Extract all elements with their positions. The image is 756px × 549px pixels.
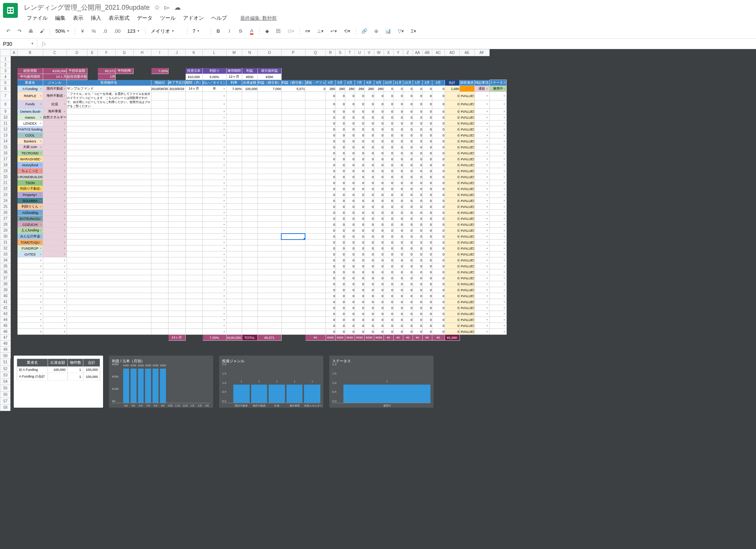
document-title[interactable]: レンディング管理_公開用_2021.09update bbox=[24, 3, 150, 12]
fx-icon: fx bbox=[37, 41, 51, 47]
menu-insert[interactable]: 挿入 bbox=[88, 13, 104, 23]
menu-bar: ファイル 編集 表示 挿入 表示形式 データ ツール アドオン ヘルプ 最終編集… bbox=[24, 13, 753, 23]
valign-button[interactable]: ⊥▾ bbox=[314, 26, 327, 36]
increase-decimal-button[interactable]: .00 bbox=[111, 26, 124, 36]
menu-tools[interactable]: ツール bbox=[157, 13, 179, 23]
move-icon[interactable]: ▻ bbox=[164, 3, 170, 12]
paint-format-button[interactable]: 🖌 bbox=[37, 26, 48, 36]
formula-input[interactable] bbox=[51, 39, 756, 48]
borders-button[interactable]: 田 bbox=[273, 26, 284, 36]
link-button[interactable]: 🔗 bbox=[358, 26, 370, 36]
zoom-select[interactable]: 50%▼ bbox=[52, 27, 73, 35]
star-icon[interactable]: ☆ bbox=[154, 3, 160, 12]
italic-button[interactable]: I bbox=[224, 26, 235, 36]
toolbar: ↶ ↷ 🖶 🖌 50%▼ ¥ % .0 .00 123▼ メイリオ▼ 7▼ B … bbox=[0, 24, 756, 39]
menu-format[interactable]: 表示形式 bbox=[106, 13, 132, 23]
sheets-logo[interactable] bbox=[3, 3, 18, 18]
print-button[interactable]: 🖶 bbox=[25, 26, 36, 36]
menu-edit[interactable]: 編集 bbox=[52, 13, 68, 23]
font-select[interactable]: メイリオ▼ bbox=[148, 26, 185, 36]
format-select[interactable]: 123▼ bbox=[124, 27, 143, 35]
currency-button[interactable]: ¥ bbox=[77, 26, 88, 36]
bold-button[interactable]: B bbox=[213, 26, 224, 36]
app-header: レンディング管理_公開用_2021.09update ☆ ▻ ☁ ファイル 編集… bbox=[0, 0, 756, 24]
pivot-table: 業者名出資金額物件数合計⊟ A Funding100,0001100,000A … bbox=[14, 356, 103, 408]
name-box[interactable]: P30▼ bbox=[0, 39, 37, 48]
cloud-icon[interactable]: ☁ bbox=[174, 3, 181, 12]
spreadsheet-grid[interactable]: ABCDEFGHIJKLMNOPQRSTUVWXYZAAABACADAEAF12… bbox=[0, 49, 507, 411]
halign-button[interactable]: ≡▾ bbox=[302, 26, 314, 36]
menu-help[interactable]: ヘルプ bbox=[208, 13, 230, 23]
chart-1: 投資ジャンル0.00.51.01.52.011111国内不動産海外不動産社債海外… bbox=[219, 356, 323, 408]
menu-data[interactable]: データ bbox=[134, 13, 156, 23]
comment-button[interactable]: ⊕ bbox=[371, 26, 381, 36]
undo-button[interactable]: ↶ bbox=[3, 26, 13, 36]
grid-area[interactable]: ABCDEFGHIJKLMNOPQRSTUVWXYZAAABACADAEAF12… bbox=[0, 49, 756, 549]
redo-button[interactable]: ↷ bbox=[14, 26, 25, 36]
fill-color-button[interactable]: ◆ bbox=[262, 26, 272, 36]
chart-button[interactable]: 📊 bbox=[382, 26, 394, 36]
rotate-button[interactable]: ⟲▾ bbox=[341, 26, 353, 36]
chart-2: ステータス0.00.51.01.52.01運用中 bbox=[329, 356, 433, 408]
menu-file[interactable]: ファイル bbox=[24, 13, 51, 23]
text-color-button[interactable]: A bbox=[247, 26, 257, 36]
menu-addons[interactable]: アドオン bbox=[180, 13, 207, 23]
last-edit-link[interactable]: 最終編集: 数秒前 bbox=[237, 13, 280, 23]
decrease-decimal-button[interactable]: .0 bbox=[100, 26, 110, 36]
percent-button[interactable]: % bbox=[89, 26, 99, 36]
filter-button[interactable]: ▽▾ bbox=[395, 26, 407, 36]
sheets-icon bbox=[6, 6, 15, 15]
chart-0: 利息 / 元本（月別）¥0¥100¥200¥300¥280¥280¥280¥28… bbox=[109, 356, 213, 408]
formula-bar: P30▼ fx bbox=[0, 39, 756, 49]
wrap-button[interactable]: ↵▾ bbox=[327, 26, 340, 36]
functions-button[interactable]: Σ▾ bbox=[408, 26, 419, 36]
merge-button[interactable]: ⊟▾ bbox=[285, 26, 297, 36]
strike-button[interactable]: S bbox=[236, 26, 246, 36]
menu-view[interactable]: 表示 bbox=[70, 13, 86, 23]
fontsize-select[interactable]: 7▼ bbox=[190, 27, 208, 35]
